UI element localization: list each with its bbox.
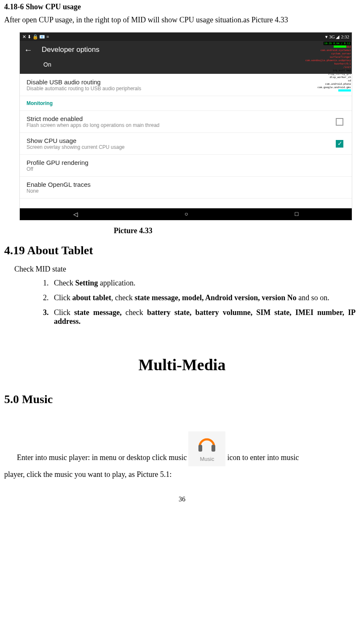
headphones-icon [195, 434, 218, 452]
paragraph-check-mid: Check MID state [14, 265, 360, 274]
cpu-proc: surfaceflinger [305, 55, 351, 59]
li-text: Click [54, 308, 74, 317]
screenshot-developer-options: ✕ ⬇ 🔒 📧 ≡ ▾ 3G ◢ 2:32 ← Developer option… [19, 32, 352, 221]
figure-caption: Picture 4.33 [114, 226, 360, 235]
screen-title: Developer options [42, 46, 99, 54]
instructions-list: Check Setting application. Click about t… [51, 279, 360, 326]
cpu-bar [334, 46, 346, 48]
paragraph-music: Enter into music player: in menu or desk… [4, 431, 360, 483]
status-time: 2:32 [341, 34, 349, 39]
cpu-proc: irq_exit_kmp [305, 69, 351, 72]
back-arrow-icon[interactable]: ← [24, 45, 32, 55]
setting-subtitle: None [27, 188, 345, 194]
setting-title: Enable OpenGL traces [27, 181, 345, 188]
setting-profile-gpu[interactable]: Profile GPU rendering Off [20, 154, 352, 176]
li-bold: Setting [75, 279, 98, 287]
settings-list: Disable USB audio routing Disable automa… [20, 74, 352, 208]
setting-show-cpu-usage[interactable]: Show CPU usage Screen overlay showing cu… [20, 132, 352, 154]
status-bar-icons: ✕ ⬇ 🔒 📧 ≡ [22, 34, 49, 40]
setting-title: Strict mode enabled [27, 115, 345, 122]
setting-title: Profile GPU rendering [27, 159, 345, 166]
music-icon-label: Music [200, 453, 214, 466]
chapter-heading-multi-media: Multi-Media [4, 355, 360, 374]
svg-rect-0 [198, 445, 202, 452]
cpu-proc: system_server [305, 52, 351, 55]
setting-subtitle: Flash screen when apps do long operation… [27, 122, 345, 128]
cpu-proc: /init [305, 65, 351, 69]
music-text-c: player, click the music you want to play… [4, 466, 360, 483]
music-text-b: icon to enter into music [227, 449, 299, 466]
list-item: Check Setting application. [51, 279, 360, 288]
li-bold: state message, [74, 308, 126, 317]
signal-icon: ▾ 3G ◢ [325, 34, 339, 40]
nav-home-icon[interactable]: ○ [185, 211, 188, 218]
li-text: , check [111, 293, 134, 302]
setting-subtitle: Screen overlay showing current CPU usage [27, 144, 345, 150]
android-status-bar: ✕ ⬇ 🔒 📧 ≡ ▾ 3G ◢ 2:32 [20, 32, 352, 41]
li-text: application. [98, 279, 135, 287]
app-title-bar: ← Developer options [20, 41, 352, 59]
cpu-proc: com.android.systemui [305, 48, 351, 52]
setting-opengl-traces[interactable]: Enable OpenGL traces None [20, 176, 352, 198]
setting-title: Show CPU usage [27, 137, 345, 144]
setting-subtitle: Off [27, 166, 345, 172]
nav-recent-icon[interactable]: □ [295, 211, 298, 218]
li-text: and so on. [297, 293, 329, 302]
list-item: Click about tablet, check state message,… [51, 293, 360, 302]
on-toggle-label[interactable]: On [20, 59, 352, 74]
section-heading-music: 5.0 Music [4, 393, 360, 406]
nav-back-icon[interactable]: ◁ [73, 211, 78, 218]
setting-strict-mode[interactable]: Strict mode enabled Flash screen when ap… [20, 110, 352, 132]
page-number: 36 [4, 495, 360, 503]
setting-subtitle: Disable automatic routing to USB audio p… [27, 86, 345, 91]
music-text-a: Enter into music player: in menu or desk… [17, 449, 187, 466]
li-bold: state message, model, Android version, v… [134, 293, 296, 302]
setting-title: Disable USB audio routing [27, 78, 345, 86]
android-nav-bar: ◁ ○ □ [20, 208, 352, 220]
li-text: check [126, 308, 147, 317]
svg-rect-1 [211, 445, 215, 452]
section-heading-about-tablet: 4.19 About Tablet [4, 244, 360, 257]
li-bold: about tablet [72, 293, 112, 302]
setting-category-monitoring: Monitoring [20, 96, 352, 110]
music-app-icon: Music [188, 431, 225, 466]
checkbox-unchecked[interactable] [336, 118, 343, 126]
category-label: Monitoring [27, 100, 345, 106]
blank-row [20, 198, 352, 208]
li-text: Click [54, 293, 72, 302]
checkbox-checked[interactable] [336, 140, 343, 148]
cpu-proc: kworker/0:1 [305, 62, 351, 65]
cpu-overlay-top: 19:35 8.64 / 8.12 [324, 42, 351, 45]
paragraph-cpu-intro: After open CUP usage, in the right top o… [4, 16, 360, 24]
list-item: Click state message, check battery state… [51, 308, 360, 326]
setting-disable-usb-audio[interactable]: Disable USB audio routing Disable automa… [20, 74, 352, 96]
li-text: Check [54, 279, 75, 287]
cpu-proc: com.wandoujia.phoenix.usbproxy [305, 59, 351, 62]
section-heading-cpu: 4.18-6 Show CPU usage [4, 3, 360, 11]
cpu-proc: dbd [346, 45, 351, 48]
